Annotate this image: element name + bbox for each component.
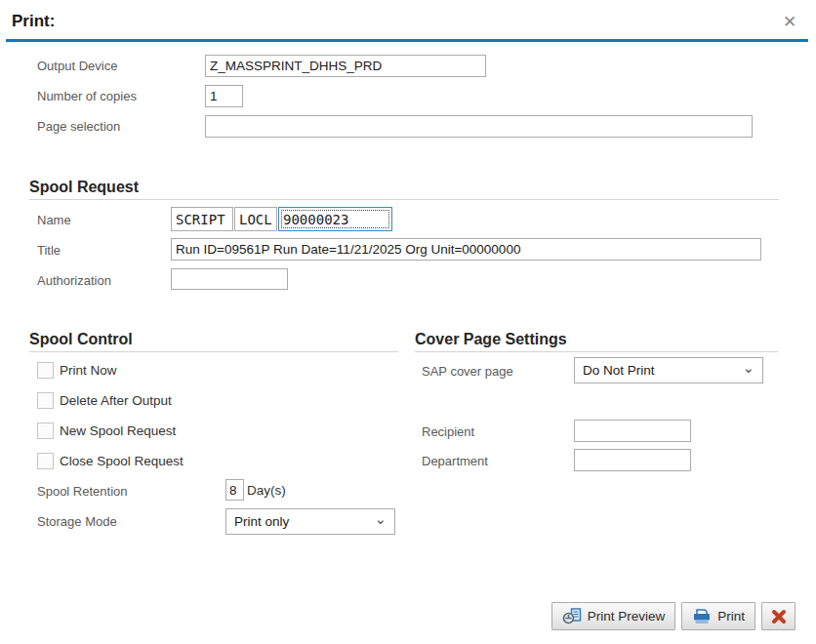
print-preview-button[interactable]: Print Preview — [551, 602, 676, 630]
copies-label: Number of copies — [37, 89, 137, 103]
print-label: Print — [717, 609, 745, 624]
recipient-label: Recipient — [422, 424, 474, 439]
spool-retention-label: Spool Retention — [37, 484, 128, 499]
spool-control-heading: Spool Control — [29, 331, 133, 348]
page-selection-label: Page selection — [37, 119, 120, 134]
spool-name-part2-input[interactable] — [234, 207, 277, 231]
new-spool-request-checkbox[interactable] — [37, 423, 54, 439]
sap-cover-page-value: Do Not Print — [583, 358, 655, 382]
close-icon[interactable]: ✕ — [777, 11, 802, 34]
storage-mode-value: Print only — [234, 509, 289, 534]
footer-toolbar: Print Preview Print — [551, 602, 796, 630]
delete-after-output-checkbox[interactable] — [37, 392, 54, 409]
print-dialog: Print: ✕ Output Device Number of copies … — [0, 0, 816, 644]
authorization-input[interactable] — [171, 268, 288, 290]
storage-mode-label: Storage Mode — [37, 514, 117, 529]
spool-request-rule — [29, 199, 779, 200]
print-now-label: Print Now — [60, 363, 117, 378]
cancel-x-icon — [771, 609, 787, 624]
spool-retention-input[interactable] — [225, 479, 244, 501]
output-device-input[interactable] — [205, 55, 486, 77]
header-accent-rule — [6, 39, 808, 42]
cover-page-heading: Cover Page Settings — [415, 331, 567, 348]
print-preview-label: Print Preview — [588, 609, 666, 624]
close-spool-request-checkbox[interactable] — [37, 453, 54, 469]
print-preview-icon — [562, 608, 582, 625]
page-selection-input[interactable] — [205, 115, 753, 138]
output-device-label: Output Device — [37, 59, 117, 73]
spool-name-part1-input[interactable] — [171, 207, 233, 231]
title-label: Title — [37, 243, 61, 258]
department-input[interactable] — [574, 449, 691, 471]
spool-control-rule — [29, 351, 398, 352]
storage-mode-select[interactable]: Print only ⌄ — [225, 508, 395, 535]
authorization-label: Authorization — [37, 273, 111, 288]
title-input[interactable] — [171, 238, 761, 261]
chevron-down-icon: ⌄ — [374, 514, 387, 524]
print-now-checkbox[interactable] — [37, 362, 54, 379]
spool-name-part3-input[interactable] — [278, 207, 392, 231]
sap-cover-page-select[interactable]: Do Not Print ⌄ — [574, 357, 763, 383]
delete-after-output-label: Delete After Output — [60, 393, 172, 408]
print-button[interactable]: Print — [681, 602, 755, 630]
dialog-title: Print: — [12, 12, 55, 31]
spool-request-heading: Spool Request — [29, 179, 139, 196]
recipient-input[interactable] — [574, 420, 691, 442]
sap-cover-page-label: SAP cover page — [422, 364, 513, 379]
new-spool-request-label: New Spool Request — [60, 423, 176, 438]
department-label: Department — [422, 454, 488, 468]
chevron-down-icon: ⌄ — [742, 363, 755, 373]
cancel-button[interactable] — [761, 602, 796, 630]
printer-icon — [692, 608, 712, 625]
name-label: Name — [37, 213, 71, 227]
copies-input[interactable] — [205, 85, 243, 107]
close-spool-request-label: Close Spool Request — [60, 454, 184, 468]
spool-retention-suffix: Day(s) — [247, 483, 286, 498]
cover-page-rule — [415, 351, 778, 352]
